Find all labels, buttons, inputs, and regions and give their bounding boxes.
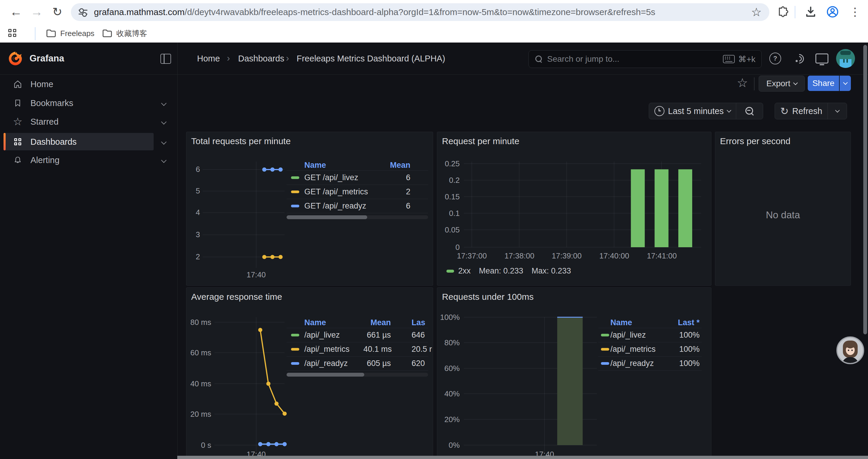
- legend-row[interactable]: GET /api/_readyz 6: [286, 199, 428, 213]
- legend-row[interactable]: /api/_metrics 100%: [598, 342, 702, 357]
- url-bar[interactable]: grafana.mathmast.com/d/deytv4rwavabkb/fr…: [71, 3, 769, 21]
- legend-col-last[interactable]: Last *: [665, 318, 702, 327]
- series-name[interactable]: GET /api/_livez: [304, 173, 372, 182]
- legend-row[interactable]: /api/_livez 661 µs 646: [286, 328, 428, 342]
- series-mean: 605 µs: [363, 359, 391, 368]
- horizontal-scrollbar[interactable]: [177, 456, 868, 459]
- sidebar-toggle-icon[interactable]: [160, 54, 171, 64]
- zoom-out-time-button[interactable]: [736, 103, 763, 119]
- legend-col-last[interactable]: Las: [411, 318, 426, 327]
- legend-col-mean[interactable]: Mean: [363, 318, 391, 327]
- browser-forward-icon[interactable]: →: [27, 2, 46, 21]
- vertical-scrollbar[interactable]: [863, 45, 867, 334]
- bookmarks-divider: [35, 27, 35, 40]
- legend-scrollbar[interactable]: [286, 373, 428, 376]
- panel-title[interactable]: Errors per second: [720, 136, 790, 146]
- bell-icon: [13, 155, 23, 165]
- x-tick: 17:41:00: [641, 251, 682, 261]
- legend-row[interactable]: 2xx Mean: 0.233 Max: 0.233: [446, 266, 571, 275]
- series-name[interactable]: /api/_readyz: [304, 359, 363, 368]
- legend-row[interactable]: /api/_readyz 100%: [598, 357, 702, 371]
- legend-scrollbar[interactable]: [286, 215, 428, 219]
- series-name[interactable]: GET /api/_metrics: [304, 187, 372, 196]
- browser-back-icon[interactable]: ←: [6, 2, 25, 21]
- chevron-down-icon[interactable]: [161, 139, 166, 144]
- time-range-picker[interactable]: Last 5 minutes: [649, 103, 736, 119]
- legend-row[interactable]: GET /api/_metrics 2: [286, 185, 428, 199]
- share-split-button: Share: [808, 76, 851, 91]
- series-name[interactable]: GET /api/_readyz: [304, 201, 372, 210]
- share-button[interactable]: Share: [808, 76, 839, 91]
- chart-requests-under-100ms[interactable]: [437, 288, 711, 459]
- series-color-pill: [291, 191, 299, 193]
- series-max: Max: 0.233: [531, 266, 571, 275]
- legend-row[interactable]: /api/_livez 100%: [598, 328, 702, 342]
- legend-table: Name Last * /api/_livez 100% /api/_metri…: [598, 317, 702, 371]
- chevron-down-icon[interactable]: [161, 157, 166, 163]
- sidebar-item-label: Home: [30, 79, 53, 89]
- no-data-message: No data: [715, 209, 850, 221]
- assistant-avatar-widget[interactable]: [836, 336, 864, 364]
- chevron-down-icon[interactable]: [161, 119, 166, 124]
- y-tick: 5: [186, 186, 200, 196]
- zoom-out-icon: [745, 107, 754, 116]
- favorite-dashboard-icon[interactable]: ☆: [737, 77, 748, 89]
- sidebar-item-starred[interactable]: ☆ Starred: [0, 113, 177, 130]
- search-placeholder: Search or jump to...: [547, 54, 619, 64]
- chart-request-per-minute[interactable]: [437, 132, 711, 285]
- y-tick: 20%: [437, 415, 460, 424]
- breadcrumb-dashboards[interactable]: Dashboards: [238, 54, 284, 64]
- panel-total-requests-per-minute: Total requests per minute 6 5 4 3 2 17:4…: [186, 132, 433, 286]
- y-tick: 6: [186, 165, 200, 174]
- extensions-icon[interactable]: [773, 2, 793, 21]
- series-color-pill: [291, 176, 299, 179]
- series-name[interactable]: /api/_livez: [610, 330, 665, 340]
- share-menu-button[interactable]: [840, 76, 851, 91]
- site-settings-icon[interactable]: [79, 8, 88, 17]
- news-rss-icon[interactable]: [793, 52, 805, 65]
- browser-toolbar: ← → ↻ grafana.mathmast.com/d/deytv4rwava…: [0, 0, 868, 24]
- download-icon[interactable]: [801, 2, 820, 21]
- help-icon[interactable]: ?: [769, 52, 782, 65]
- grafana-app: Grafana Home › Dashboards › Freeleaps Me…: [0, 42, 868, 459]
- sidebar-item-home[interactable]: Home: [0, 76, 177, 93]
- series-name[interactable]: /api/_livez: [304, 330, 363, 340]
- apps-grid-icon[interactable]: [8, 29, 16, 37]
- search-input[interactable]: Search or jump to... ⌘+k: [529, 50, 762, 68]
- profile-icon[interactable]: [823, 2, 842, 21]
- breadcrumb-home[interactable]: Home: [197, 54, 220, 64]
- series-name[interactable]: /api/_readyz: [610, 359, 665, 368]
- export-button[interactable]: Export: [759, 76, 805, 92]
- sidebar-item-alerting[interactable]: Alerting: [0, 152, 177, 168]
- legend-col-name: Name: [304, 161, 372, 170]
- legend-header[interactable]: Name Mean: [286, 160, 428, 171]
- bookmark-folder-blogs[interactable]: 收藏博客: [97, 27, 152, 40]
- legend-row[interactable]: /api/_readyz 605 µs 620: [286, 357, 428, 371]
- refresh-label: Refresh: [793, 106, 823, 116]
- sidebar-item-dashboards[interactable]: Dashboards: [0, 133, 177, 150]
- legend-col-mean[interactable]: Mean: [372, 161, 428, 170]
- series-name[interactable]: /api/_metrics: [304, 345, 363, 354]
- monitor-icon[interactable]: [815, 52, 829, 65]
- series-name[interactable]: 2xx: [458, 266, 471, 275]
- time-range-label: Last 5 minutes: [668, 106, 724, 116]
- browser-menu-icon[interactable]: ⋮: [845, 2, 864, 21]
- grafana-brand[interactable]: Grafana: [30, 53, 64, 64]
- home-icon: [13, 79, 23, 89]
- series-name[interactable]: /api/_metrics: [610, 345, 665, 354]
- legend-row[interactable]: /api/_metrics 40.1 ms 20.5 r: [286, 342, 428, 357]
- legend-row[interactable]: GET /api/_livez 6: [286, 171, 428, 185]
- series-mean: 2: [372, 187, 428, 196]
- chevron-down-icon[interactable]: [161, 100, 166, 106]
- user-avatar[interactable]: [836, 49, 855, 68]
- sidebar-item-bookmarks[interactable]: Bookmarks: [0, 95, 177, 111]
- bookmark-page-icon[interactable]: ☆: [751, 6, 762, 18]
- grafana-logo[interactable]: [8, 51, 23, 66]
- refresh-button[interactable]: ↻ Refresh: [775, 103, 828, 119]
- legend-header[interactable]: Name Mean Las: [286, 317, 428, 328]
- bookmarks-bar: Freeleaps 收藏博客: [0, 24, 868, 42]
- refresh-interval-button[interactable]: [828, 103, 847, 119]
- legend-header[interactable]: Name Last *: [598, 317, 702, 328]
- bookmark-folder-freeleaps[interactable]: Freeleaps: [41, 27, 99, 40]
- browser-reload-icon[interactable]: ↻: [48, 2, 67, 21]
